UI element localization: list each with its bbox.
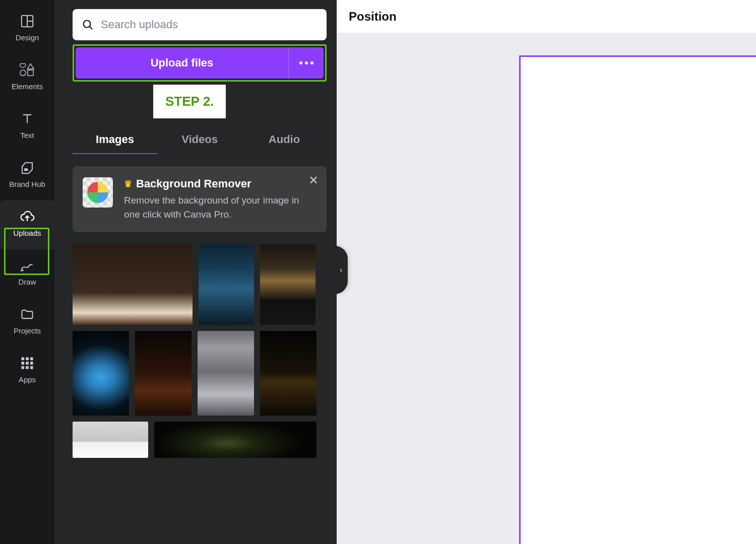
- nav-label: Projects: [14, 326, 41, 335]
- nav-item-draw[interactable]: Draw: [0, 249, 54, 298]
- svg-rect-13: [26, 366, 29, 369]
- upload-more-button[interactable]: [288, 47, 324, 79]
- nav-item-elements[interactable]: Elements: [0, 54, 54, 103]
- collapse-panel-button[interactable]: ‹: [335, 246, 348, 294]
- brandhub-icon: [19, 160, 35, 176]
- uploads-panel: Upload files STEP 2. Images Videos Audio…: [54, 0, 337, 544]
- search-box[interactable]: [73, 9, 327, 40]
- upload-thumb[interactable]: [154, 422, 317, 458]
- bg-remover-title: Background Remover: [136, 177, 251, 190]
- svg-rect-8: [30, 357, 33, 360]
- bg-remover-desc: Remove the background of your image in o…: [124, 193, 305, 221]
- svg-rect-4: [28, 70, 33, 76]
- tab-images[interactable]: Images: [73, 126, 157, 154]
- nav-item-design[interactable]: Design: [0, 5, 54, 54]
- svg-rect-11: [30, 362, 33, 365]
- left-nav-rail: Design Elements Text Brand Hub: [0, 0, 54, 544]
- nav-label: Text: [20, 131, 34, 140]
- nav-label: Brand Hub: [9, 180, 45, 188]
- tab-videos[interactable]: Videos: [157, 126, 242, 154]
- search-input[interactable]: [101, 18, 318, 31]
- svg-line-16: [90, 27, 92, 29]
- svg-rect-6: [21, 357, 24, 360]
- upload-thumb[interactable]: [73, 244, 193, 325]
- canvas-page[interactable]: [519, 55, 756, 544]
- nav-label: Draw: [18, 278, 36, 286]
- svg-rect-12: [21, 366, 24, 369]
- svg-rect-9: [21, 362, 24, 365]
- layout-icon: [19, 13, 35, 29]
- nav-item-brandhub[interactable]: Brand Hub: [0, 152, 54, 200]
- text-icon: [19, 111, 35, 127]
- nav-item-text[interactable]: Text: [0, 103, 54, 152]
- svg-rect-5: [24, 168, 28, 171]
- nav-label: Apps: [19, 375, 36, 384]
- cloud-upload-icon: [19, 209, 35, 225]
- apps-grid-icon: [19, 355, 35, 371]
- bg-remover-card[interactable]: ♛ Background Remover Remove the backgrou…: [73, 166, 327, 232]
- uploads-gallery: [73, 244, 327, 458]
- upload-thumb[interactable]: [135, 331, 192, 416]
- svg-point-15: [84, 21, 91, 28]
- nav-label: Uploads: [13, 229, 41, 237]
- upload-thumb[interactable]: [199, 244, 254, 325]
- nav-item-uploads[interactable]: Uploads: [0, 200, 54, 249]
- upload-thumb[interactable]: [260, 244, 316, 325]
- upload-label: Upload files: [76, 56, 288, 70]
- upload-thumb[interactable]: [198, 331, 254, 416]
- close-icon[interactable]: ✕: [308, 173, 319, 187]
- media-tabs: Images Videos Audio: [73, 126, 327, 154]
- chevron-left-icon: ‹: [340, 265, 342, 275]
- nav-label: Elements: [12, 82, 43, 91]
- upload-thumb[interactable]: [260, 331, 317, 416]
- bg-remover-icon: [83, 177, 113, 208]
- svg-rect-10: [26, 362, 29, 365]
- nav-item-apps[interactable]: Apps: [0, 347, 54, 396]
- editor-toolbar: Position: [337, 0, 756, 33]
- folder-icon: [19, 306, 35, 322]
- svg-rect-7: [26, 357, 29, 360]
- shapes-icon: [19, 62, 35, 78]
- draw-icon: [19, 257, 35, 274]
- tab-audio[interactable]: Audio: [242, 126, 327, 154]
- step2-callout: STEP 2.: [153, 85, 226, 118]
- search-icon: [82, 19, 94, 31]
- upload-thumb[interactable]: [73, 422, 148, 458]
- position-button[interactable]: Position: [349, 10, 397, 24]
- crown-icon: ♛: [124, 178, 132, 189]
- upload-thumb[interactable]: [73, 331, 129, 416]
- canvas-area: Position: [337, 0, 756, 544]
- more-icon: [299, 61, 313, 64]
- workspace[interactable]: [337, 33, 756, 544]
- svg-point-3: [20, 70, 26, 76]
- svg-rect-14: [30, 366, 33, 369]
- nav-item-projects[interactable]: Projects: [0, 298, 54, 347]
- nav-label: Design: [16, 33, 39, 42]
- step2-highlight: Upload files: [73, 44, 327, 82]
- upload-files-button[interactable]: Upload files: [76, 47, 324, 79]
